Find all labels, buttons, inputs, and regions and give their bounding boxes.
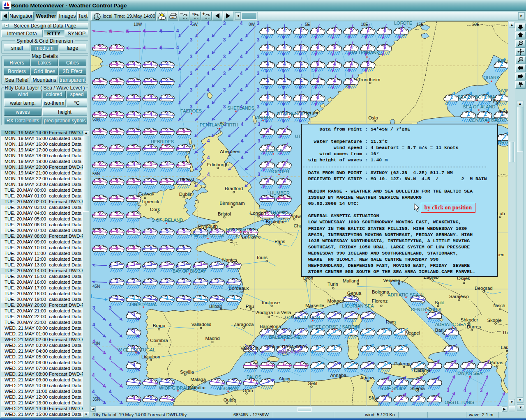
svg-text:Dublin: Dublin bbox=[179, 192, 193, 197]
svg-text:5: 5 bbox=[183, 161, 186, 167]
svg-text:ALBORAN: ALBORAN bbox=[217, 386, 239, 391]
svg-text:5: 5 bbox=[150, 228, 152, 234]
svg-text:BAY OF BISCAY: BAY OF BISCAY bbox=[173, 269, 207, 273]
svg-text:1: 1 bbox=[91, 294, 93, 299]
svg-text:5: 5 bbox=[99, 44, 102, 50]
svg-text:3: 3 bbox=[190, 54, 193, 60]
svg-text:Nisch: Nisch bbox=[494, 303, 505, 308]
svg-text:5: 5 bbox=[99, 145, 102, 150]
svg-text:5: 5 bbox=[266, 195, 269, 201]
svg-text:3: 3 bbox=[257, 104, 260, 110]
svg-text:2: 2 bbox=[417, 362, 420, 367]
svg-text:UT: UT bbox=[295, 134, 301, 139]
svg-text:5: 5 bbox=[166, 379, 169, 384]
svg-text:4: 4 bbox=[300, 78, 303, 84]
svg-text:4: 4 bbox=[176, 45, 179, 50]
svg-text:4: 4 bbox=[207, 71, 210, 76]
svg-text:SEA OF ALAND: SEA OF ALAND bbox=[463, 104, 496, 109]
svg-text:2: 2 bbox=[166, 278, 169, 284]
svg-text:4: 4 bbox=[166, 61, 169, 67]
svg-text:Neapel: Neapel bbox=[405, 330, 420, 335]
svg-text:5: 5 bbox=[133, 379, 136, 384]
svg-text:4: 4 bbox=[333, 28, 336, 33]
svg-text:2: 2 bbox=[383, 379, 386, 384]
svg-text:5: 5 bbox=[166, 145, 169, 150]
svg-text:4: 4 bbox=[450, 362, 453, 367]
svg-text:5: 5 bbox=[166, 228, 169, 234]
svg-text:4: 4 bbox=[266, 161, 269, 167]
svg-text:5: 5 bbox=[266, 211, 269, 217]
svg-text:4: 4 bbox=[207, 172, 210, 177]
svg-text:3: 3 bbox=[92, 305, 95, 311]
svg-text:Belfast: Belfast bbox=[180, 177, 194, 182]
svg-text:ENGLISH-CH-E: ENGLISH-CH-E bbox=[226, 227, 258, 232]
svg-text:Florenz: Florenz bbox=[372, 298, 388, 303]
svg-text:3: 3 bbox=[257, 21, 260, 26]
svg-text:LIGURIAN SEA: LIGURIAN SEA bbox=[342, 303, 374, 308]
svg-text:Beograd: Beograd bbox=[475, 286, 492, 291]
svg-text:3: 3 bbox=[190, 71, 193, 76]
svg-text:1: 1 bbox=[467, 111, 470, 117]
svg-text:6: 6 bbox=[116, 195, 119, 201]
svg-text:PENTLAND FIRTH: PENTLAND FIRTH bbox=[200, 122, 238, 127]
svg-text:10E: 10E bbox=[361, 22, 368, 27]
svg-text:2: 2 bbox=[150, 278, 152, 284]
svg-text:BALEARIC: BALEARIC bbox=[279, 349, 301, 354]
svg-text:4: 4 bbox=[300, 44, 303, 50]
svg-text:3: 3 bbox=[223, 21, 226, 26]
svg-text:4: 4 bbox=[176, 28, 179, 34]
svg-text:Pori: Pori bbox=[493, 99, 501, 103]
svg-text:CENTRAL BALTIC: CENTRAL BALTIC bbox=[469, 117, 507, 122]
svg-text:4: 4 bbox=[300, 328, 303, 334]
svg-text:6: 6 bbox=[133, 211, 136, 217]
svg-text:3: 3 bbox=[257, 37, 260, 43]
svg-text:Ariana: Ariana bbox=[360, 375, 374, 380]
svg-text:2: 2 bbox=[434, 312, 436, 317]
svg-text:Coimbra: Coimbra bbox=[150, 338, 168, 343]
svg-text:S OF SICILY: S OF SICILY bbox=[381, 386, 406, 391]
svg-text:Durres: Durres bbox=[467, 324, 481, 329]
svg-text:1: 1 bbox=[350, 328, 353, 334]
svg-text:4: 4 bbox=[266, 128, 269, 134]
svg-text:4: 4 bbox=[300, 28, 303, 33]
svg-text:2: 2 bbox=[116, 295, 119, 301]
svg-text:Boulogne: Boulogne bbox=[266, 219, 286, 224]
svg-text:5: 5 bbox=[183, 228, 186, 234]
svg-text:3: 3 bbox=[383, 395, 386, 401]
svg-text:Venedig: Venedig bbox=[383, 278, 400, 283]
svg-text:4: 4 bbox=[133, 61, 136, 67]
svg-text:Oslo: Oslo bbox=[368, 115, 378, 120]
svg-text:5: 5 bbox=[133, 145, 136, 150]
svg-text:5: 5 bbox=[367, 61, 370, 67]
svg-text:4: 4 bbox=[150, 61, 152, 67]
svg-text:5E: 5E bbox=[305, 22, 310, 27]
svg-text:3: 3 bbox=[400, 379, 403, 384]
svg-text:2: 2 bbox=[133, 278, 136, 284]
svg-text:4: 4 bbox=[316, 28, 319, 33]
svg-text:15E: 15E bbox=[416, 22, 424, 27]
svg-text:4: 4 bbox=[109, 339, 112, 344]
svg-text:4: 4 bbox=[316, 94, 319, 100]
svg-text:S OF IRELAND: S OF IRELAND bbox=[152, 218, 183, 223]
svg-text:6: 6 bbox=[250, 362, 253, 367]
svg-text:4: 4 bbox=[109, 322, 112, 328]
svg-text:Rom: Rom bbox=[386, 319, 396, 324]
svg-text:1: 1 bbox=[233, 295, 236, 301]
svg-text:4: 4 bbox=[133, 111, 136, 117]
svg-text:3: 3 bbox=[447, 388, 450, 393]
svg-text:0: 0 bbox=[367, 345, 370, 351]
svg-text:3: 3 bbox=[133, 262, 136, 267]
svg-text:5: 5 bbox=[266, 362, 269, 367]
svg-text:6: 6 bbox=[283, 362, 286, 367]
svg-text:ADRIATIC SEA-S: ADRIATIC SEA-S bbox=[435, 322, 471, 327]
svg-text:Edinburgh: Edinburgh bbox=[207, 162, 228, 167]
svg-text:4: 4 bbox=[283, 128, 286, 134]
svg-text:Oujda: Oujda bbox=[224, 397, 236, 402]
svg-text:2: 2 bbox=[116, 278, 119, 284]
svg-text:4: 4 bbox=[109, 356, 112, 361]
svg-text:6: 6 bbox=[116, 145, 119, 150]
svg-text:5: 5 bbox=[383, 44, 386, 50]
svg-text:4: 4 bbox=[283, 145, 286, 150]
svg-text:4: 4 bbox=[240, 37, 243, 43]
svg-text:4: 4 bbox=[316, 78, 319, 84]
